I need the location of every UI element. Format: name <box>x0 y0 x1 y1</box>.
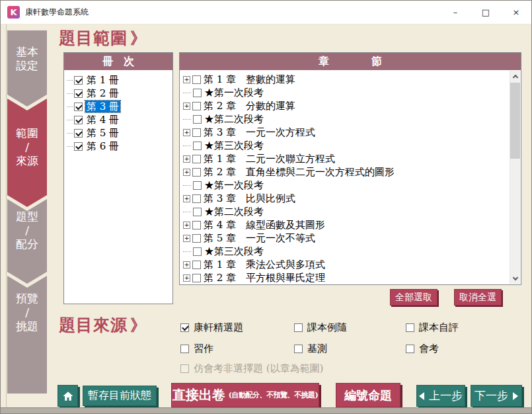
volume-label[interactable]: 第 6 冊 <box>85 140 120 152</box>
source-option[interactable]: 會考 <box>406 343 521 355</box>
expand-icon[interactable] <box>183 129 190 136</box>
source-option[interactable]: 康軒精選題 <box>180 321 294 334</box>
chapter-label[interactable]: ★第一次段考 <box>204 87 264 99</box>
close-button[interactable]: × <box>501 1 531 24</box>
chapter-checkbox[interactable] <box>192 75 201 84</box>
volume-checkbox[interactable] <box>74 76 83 85</box>
source-checkbox[interactable] <box>294 345 303 353</box>
volume-checkbox[interactable] <box>74 103 83 111</box>
maximize-button[interactable]: □ <box>471 1 501 24</box>
chapter-checkbox[interactable] <box>193 89 202 97</box>
chapter-label[interactable]: 第 2 章 平方根與畢氏定理 <box>204 272 325 284</box>
previous-step-button[interactable]: 上一步 <box>416 385 465 407</box>
chapter-row[interactable]: 第 5 章 一元一次不等式 <box>183 231 508 245</box>
chapter-row[interactable]: 第 3 章 一元一次方程式 <box>183 126 508 139</box>
tab-basic-settings[interactable]: 基本 設定 <box>7 30 47 106</box>
chapter-checkbox[interactable] <box>192 261 201 269</box>
source-checkbox[interactable] <box>406 345 414 353</box>
chapter-label[interactable]: 第 4 章 線型函數及其圖形 <box>204 219 325 231</box>
chapter-label[interactable]: ★第三次段考 <box>204 140 264 152</box>
chapter-checkbox[interactable] <box>193 208 202 216</box>
expand-icon[interactable] <box>183 195 190 202</box>
volume-label[interactable]: 第 3 冊 <box>85 101 120 112</box>
chapter-checkbox[interactable] <box>193 142 202 150</box>
volume-row[interactable]: 第 5 冊 <box>67 126 172 140</box>
chapter-checkbox[interactable] <box>192 274 201 282</box>
chapter-row[interactable]: ★第二次段考 <box>183 205 508 218</box>
volume-label[interactable]: 第 4 冊 <box>85 114 120 126</box>
tab-question-types[interactable]: 題型 / 配分 <box>7 199 47 284</box>
source-checkbox[interactable] <box>180 345 189 353</box>
next-step-button[interactable]: 下一步 <box>471 385 522 407</box>
chapter-row[interactable]: ★第一次段考 <box>183 179 508 192</box>
deselect-all-button[interactable]: 取消全選 <box>454 289 502 306</box>
chapter-row[interactable]: 第 1 章 整數的運算 <box>183 73 508 86</box>
expand-icon[interactable] <box>183 235 190 242</box>
scroll-down-icon[interactable] <box>510 273 520 284</box>
direct-generate-button[interactable]: 直接出卷 (自動配分、不預覽、不挑題) <box>171 383 319 407</box>
chapter-row[interactable]: 第 2 章 分數的運算 <box>183 99 508 112</box>
chapter-label[interactable]: ★第三次段考 <box>204 245 264 258</box>
tab-range-source[interactable]: 範圍 / 來源 <box>7 99 47 207</box>
expand-icon[interactable] <box>183 261 190 269</box>
expand-icon[interactable] <box>183 103 190 110</box>
chapter-label[interactable]: 第 3 章 比與比例式 <box>204 192 295 205</box>
chapter-row[interactable]: 第 1 章 乘法公式與多項式 <box>183 258 508 271</box>
numbered-question-button[interactable]: 編號命題 <box>336 383 400 407</box>
chapter-row[interactable]: 第 1 章 二元一次聯立方程式 <box>183 152 508 165</box>
chapter-label[interactable]: 第 2 章 分數的運算 <box>204 100 295 112</box>
chapter-row[interactable]: ★第三次段考 <box>183 245 508 258</box>
chapter-row[interactable]: 第 3 章 比與比例式 <box>183 192 508 205</box>
chapter-row[interactable]: 第 2 章 平方根與畢氏定理 <box>183 271 508 284</box>
chapter-row[interactable]: ★第一次段考 <box>183 86 508 99</box>
volume-row[interactable]: 第 1 冊 <box>67 73 172 87</box>
chapter-row[interactable]: ★第三次段考 <box>183 139 508 152</box>
volume-row[interactable]: 第 6 冊 <box>67 140 172 153</box>
volume-label[interactable]: 第 5 冊 <box>85 127 120 139</box>
chapter-checkbox[interactable] <box>193 115 202 124</box>
chapter-checkbox[interactable] <box>192 128 201 137</box>
scrollbar-thumb[interactable] <box>510 83 520 159</box>
chapter-checkbox[interactable] <box>192 194 201 203</box>
volume-row[interactable]: 第 3 冊 <box>67 100 172 113</box>
chapter-label[interactable]: ★第二次段考 <box>204 206 264 218</box>
source-option[interactable]: 基測 <box>294 343 406 355</box>
chapter-label[interactable]: 第 1 章 整數的運算 <box>204 73 295 86</box>
chapter-checkbox[interactable] <box>193 247 202 256</box>
volume-checkbox[interactable] <box>74 142 83 151</box>
chapter-label[interactable]: 第 1 章 乘法公式與多項式 <box>204 259 325 271</box>
chapter-checkbox[interactable] <box>192 168 201 177</box>
volume-row[interactable]: 第 4 冊 <box>67 113 172 126</box>
source-checkbox[interactable] <box>180 323 189 332</box>
chapter-checkbox[interactable] <box>193 181 202 190</box>
chapter-label[interactable]: 第 2 章 直角坐標與二元一次方程式的圖形 <box>204 166 395 179</box>
volume-checkbox[interactable] <box>74 89 83 98</box>
chapter-checkbox[interactable] <box>192 221 201 229</box>
expand-icon[interactable] <box>183 222 190 229</box>
chapter-label[interactable]: 第 5 章 一元一次不等式 <box>204 232 315 245</box>
source-option[interactable]: 課本自評 <box>406 321 521 334</box>
source-option[interactable]: 課本例隨 <box>294 321 406 334</box>
scroll-up-icon[interactable] <box>510 71 520 81</box>
chapter-label[interactable]: ★第一次段考 <box>204 179 264 192</box>
expand-icon[interactable] <box>183 155 190 163</box>
source-checkbox[interactable] <box>294 323 303 332</box>
chapter-label[interactable]: 第 3 章 一元一次方程式 <box>204 126 315 139</box>
chapter-row[interactable]: 第 2 章 直角坐標與二元一次方程式的圖形 <box>183 165 508 179</box>
minimize-button[interactable]: – <box>440 1 471 24</box>
chapter-checkbox[interactable] <box>192 155 201 163</box>
source-option[interactable]: 習作 <box>180 343 294 355</box>
volume-label[interactable]: 第 1 冊 <box>85 74 120 86</box>
chapter-label[interactable]: ★第二次段考 <box>204 113 264 126</box>
expand-icon[interactable] <box>183 76 190 83</box>
chapter-checkbox[interactable] <box>192 234 201 243</box>
chapter-row[interactable]: ★第二次段考 <box>183 112 508 126</box>
expand-icon[interactable] <box>183 169 190 176</box>
chapter-label[interactable]: 第 1 章 二元一次聯立方程式 <box>204 153 335 165</box>
chapter-checkbox[interactable] <box>192 102 201 110</box>
volume-row[interactable]: 第 2 冊 <box>67 87 172 100</box>
select-all-button[interactable]: 全部選取 <box>390 289 437 306</box>
home-button[interactable] <box>57 385 78 407</box>
chapter-row[interactable]: 第 4 章 線型函數及其圖形 <box>183 218 508 231</box>
save-state-button[interactable]: 暫存目前狀態 <box>83 386 157 406</box>
